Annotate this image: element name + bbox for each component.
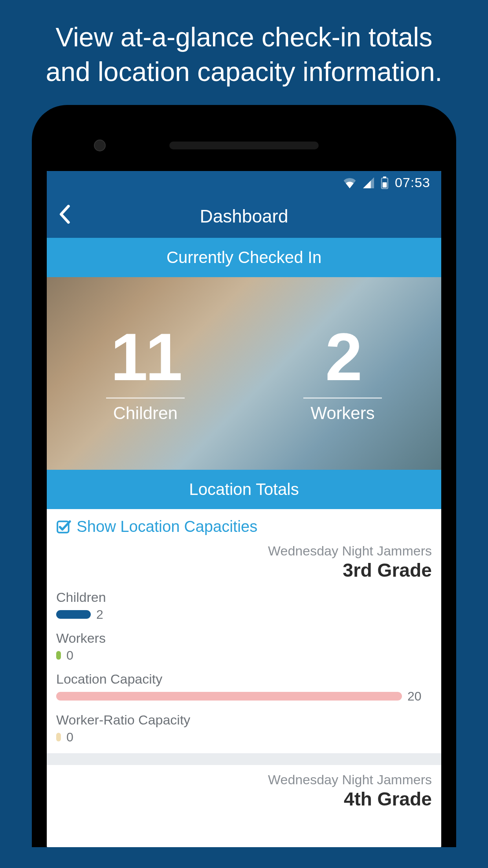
cell-signal-icon [363,177,374,188]
checked-in-header: Currently Checked In [47,238,441,277]
statusbar: 07:53 [47,171,441,195]
children-count: 11 [110,324,180,390]
show-capacities-label: Show Location Capacities [77,518,257,535]
metric-workers: Workers 0 [56,631,432,663]
metric-capacity: Location Capacity 20 [56,671,432,704]
metric-worker-ratio: Worker-Ratio Capacity 0 [56,712,432,745]
location-card[interactable]: Wednesday Night Jammers 3rd Grade Childr… [47,539,441,753]
bar-worker-ratio [56,733,61,741]
bar-children-value: 2 [96,607,103,622]
location-event: Wednesday Night Jammers [56,772,432,787]
screen: 07:53 Dashboard Currently Checked In 11 … [47,171,441,847]
svg-rect-2 [383,182,387,187]
location-name: 3rd Grade [56,559,432,581]
show-capacities-toggle[interactable]: Show Location Capacities [47,509,441,539]
hero-children: 11 Children [47,277,244,470]
workers-count: 2 [325,324,360,390]
location-name: 4th Grade [56,788,432,810]
phone-bezel-top [47,120,441,171]
phone-camera [94,140,106,151]
metric-children: Children 2 [56,590,432,622]
bar-capacity-value: 20 [407,689,422,704]
bar-workers-value: 0 [66,648,73,663]
appbar: Dashboard [47,195,441,238]
location-event: Wednesday Night Jammers [56,543,432,559]
status-time: 07:53 [395,175,430,190]
checked-in-hero: 11 Children 2 Workers [47,277,441,470]
battery-icon [381,177,389,189]
bar-capacity [56,692,402,701]
checkbox-checked-icon [56,519,71,534]
page-title: Dashboard [47,206,441,227]
bar-children [56,610,91,619]
bar-worker-ratio-value: 0 [66,730,73,745]
bar-workers [56,651,61,660]
phone-frame: 07:53 Dashboard Currently Checked In 11 … [32,105,456,847]
hero-workers: 2 Workers [244,277,441,470]
back-button[interactable] [59,204,74,228]
location-card[interactable]: Wednesday Night Jammers 4th Grade [47,765,441,818]
promo-headline: View at-a-glance check-in totals and loc… [0,0,488,105]
phone-speaker [169,142,319,149]
card-divider [47,753,441,765]
children-label: Children [113,403,178,423]
wifi-icon [343,177,356,188]
workers-label: Workers [311,403,375,423]
location-totals-header: Location Totals [47,470,441,509]
